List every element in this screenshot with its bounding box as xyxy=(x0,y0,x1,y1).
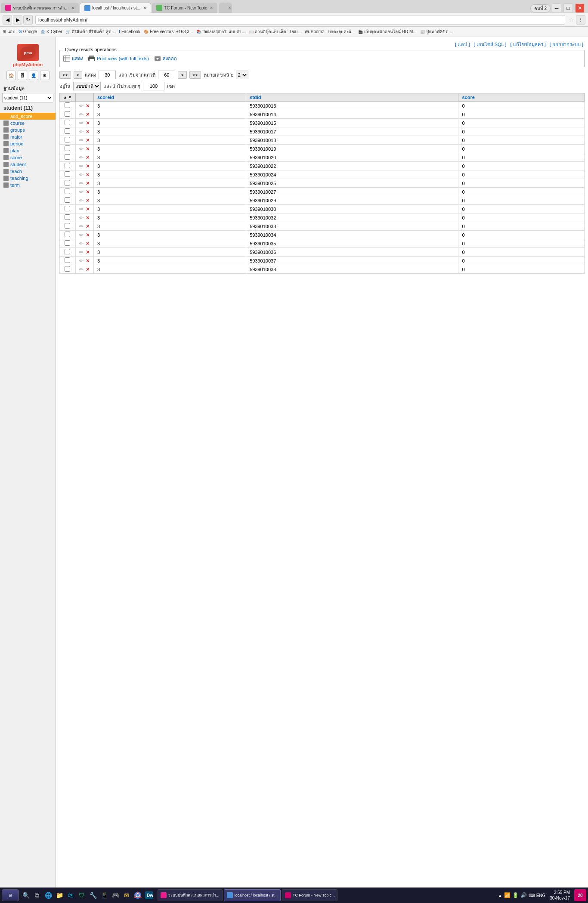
address-box[interactable]: localhost/phpMyAdmin/ xyxy=(35,15,565,25)
bookmark-boomz[interactable]: 🎮 Boomz - บุกตะลุยค่ะผ... xyxy=(305,28,355,35)
sidebar-item-add-score[interactable]: add_score xyxy=(0,113,56,120)
edit-icon[interactable]: ✏ xyxy=(79,241,84,247)
delete-icon[interactable]: ✕ xyxy=(86,120,90,126)
th-scoreid[interactable]: scoreid xyxy=(93,93,246,102)
delete-icon[interactable]: ✕ xyxy=(86,223,90,229)
bookmark-kcyber[interactable]: 🏦 K-Cyber xyxy=(40,29,62,34)
btn-first[interactable]: << xyxy=(59,71,71,79)
taskbar-store-icon[interactable]: 🛍 xyxy=(65,890,76,900)
row-checkbox[interactable] xyxy=(65,223,70,229)
link-logout[interactable]: [ ออกจากระบบ ] xyxy=(550,42,583,47)
sidebar-user-btn[interactable]: 👤 xyxy=(29,71,38,80)
taskbar-search-icon[interactable]: 🔍 xyxy=(21,890,31,900)
delete-icon[interactable]: ✕ xyxy=(86,111,90,118)
tab-2[interactable]: localhost / localhost / st... ✕ xyxy=(80,3,151,13)
link-edit[interactable]: [ แก้ไขข้อมูลค่า ] xyxy=(510,42,545,47)
taskbar-chrome-icon[interactable] xyxy=(133,890,143,900)
taskbar-app2-icon[interactable]: 🔧 xyxy=(88,890,98,900)
sidebar-item-score[interactable]: score xyxy=(0,154,56,161)
sidebar-item-term[interactable]: term xyxy=(0,182,56,189)
delete-icon[interactable]: ✕ xyxy=(86,198,90,204)
maximize-btn[interactable]: □ xyxy=(563,3,573,13)
bookmark-web[interactable]: 🎬 เว็บอุตหนักออนไลน์ HD M... xyxy=(358,28,417,35)
delete-icon[interactable]: ✕ xyxy=(86,206,90,212)
tab-4-close[interactable]: ✕ xyxy=(228,6,231,10)
taskbar-notification[interactable]: 20 xyxy=(574,889,586,901)
edit-icon[interactable]: ✏ xyxy=(79,198,84,204)
tray-keyboard-icon[interactable]: ⌨ xyxy=(529,893,535,898)
delete-icon[interactable]: ✕ xyxy=(86,155,90,161)
delete-icon[interactable]: ✕ xyxy=(86,172,90,178)
taskbar-file-icon[interactable]: 📁 xyxy=(54,890,65,900)
delete-icon[interactable]: ✕ xyxy=(86,180,90,186)
row-checkbox[interactable] xyxy=(65,189,70,194)
btn-next[interactable]: > xyxy=(178,71,186,79)
row-checkbox[interactable] xyxy=(65,206,70,211)
delete-icon[interactable]: ✕ xyxy=(86,215,90,221)
forward-btn[interactable]: ▶ xyxy=(13,15,22,25)
sidebar-item-groups[interactable]: groups xyxy=(0,127,56,133)
show-input[interactable]: 30 xyxy=(99,71,116,79)
edit-icon[interactable]: ✏ xyxy=(79,180,84,186)
edit-icon[interactable]: ✏ xyxy=(79,249,84,255)
delete-icon[interactable]: ✕ xyxy=(86,241,90,247)
row-checkbox[interactable] xyxy=(65,232,70,237)
link-app[interactable]: [ เเอป ] xyxy=(455,42,470,47)
from-input[interactable] xyxy=(158,71,175,79)
edit-icon[interactable]: ✏ xyxy=(79,232,84,238)
edit-icon[interactable]: ✏ xyxy=(79,189,84,195)
row-checkbox[interactable] xyxy=(65,111,70,117)
link-sql[interactable]: [ เอนไซส์ SQL ] xyxy=(474,42,507,47)
tray-speaker-icon[interactable]: 🔊 xyxy=(520,892,527,898)
tray-arrow-icon[interactable]: ▲ xyxy=(498,893,502,898)
taskbar-task-icon[interactable]: ⧉ xyxy=(32,890,42,900)
sidebar-home-btn[interactable]: 🏠 xyxy=(6,71,16,80)
bookmark-star[interactable]: ☆ xyxy=(569,16,574,23)
delete-icon[interactable]: ✕ xyxy=(86,266,90,272)
taskbar-ie-icon[interactable]: 🌐 xyxy=(43,890,53,900)
edit-icon[interactable]: ✏ xyxy=(79,137,84,143)
tab-1-close[interactable]: ✕ xyxy=(71,6,74,10)
taskbar-phone-icon[interactable]: 📱 xyxy=(99,890,109,900)
row-checkbox[interactable] xyxy=(65,257,70,263)
delete-icon[interactable]: ✕ xyxy=(86,129,90,135)
btn-export[interactable]: ส่งออก xyxy=(154,55,177,62)
sidebar-item-teach[interactable]: teach xyxy=(0,168,56,175)
bookmark-facebook[interactable]: f Facebook xyxy=(119,29,140,34)
bookmark-apps[interactable]: ⊞ แอป xyxy=(3,28,15,35)
row-checkbox[interactable] xyxy=(65,154,70,160)
tab-2-close[interactable]: ✕ xyxy=(143,6,146,10)
taskbar-mail-icon[interactable]: ✉ xyxy=(121,890,132,900)
edit-icon[interactable]: ✏ xyxy=(79,206,84,212)
th-score[interactable]: score xyxy=(458,93,585,102)
row-checkbox[interactable] xyxy=(65,145,70,151)
page-select[interactable]: 2 xyxy=(236,71,248,79)
sidebar-item-plan[interactable]: plan xyxy=(0,147,56,154)
sidebar-setting-btn[interactable]: ⚙ xyxy=(40,71,50,80)
delete-icon[interactable]: ✕ xyxy=(86,232,90,238)
delete-icon[interactable]: ✕ xyxy=(86,249,90,255)
minimize-btn[interactable]: ─ xyxy=(552,3,561,13)
sidebar-item-course[interactable]: course xyxy=(0,120,56,127)
tab-1[interactable]: ระบบบันทึกคะแนนผลการสำ... ✕ xyxy=(1,3,79,13)
row-checkbox[interactable] xyxy=(65,128,70,134)
sidebar-item-major[interactable]: major xyxy=(0,133,56,140)
taskbar-app-3[interactable]: TC Forum - New Topic... xyxy=(282,889,337,901)
delete-icon[interactable]: ✕ xyxy=(86,103,90,109)
btn-prev[interactable]: < xyxy=(74,71,82,79)
delete-icon[interactable]: ✕ xyxy=(86,137,90,143)
sidebar-db-btn[interactable]: 🗄 xyxy=(18,71,27,80)
sidebar-item-teaching[interactable]: teaching xyxy=(0,175,56,182)
taskbar-app-2[interactable]: localhost / localhost / st... xyxy=(224,889,281,901)
taskbar-game-icon[interactable]: 🎮 xyxy=(110,890,121,900)
btn-last[interactable]: >> xyxy=(189,71,201,79)
taskbar-app-1[interactable]: ระบบบันทึกคะแนนผลการสำ... xyxy=(158,889,223,901)
reload-btn[interactable]: ↻ xyxy=(23,15,33,25)
bookmark-thidar[interactable]: 📚 thidaratph51: แบบจำ... xyxy=(196,28,245,35)
btn-print[interactable]: Print view (with full texts) xyxy=(88,56,149,62)
edit-icon[interactable]: ✏ xyxy=(79,163,84,169)
close-btn[interactable]: ✕ xyxy=(575,3,585,13)
edit-icon[interactable]: ✏ xyxy=(79,266,84,272)
edit-icon[interactable]: ✏ xyxy=(79,258,84,264)
edit-icon[interactable]: ✏ xyxy=(79,223,84,229)
